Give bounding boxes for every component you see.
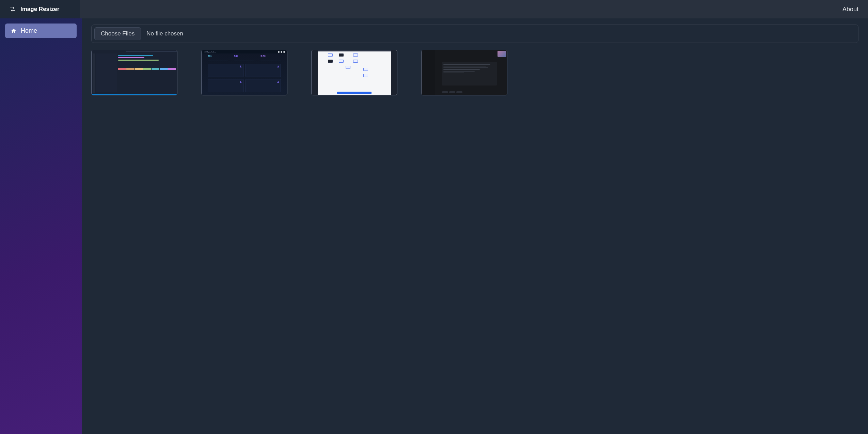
sidebar: Home (0, 18, 82, 434)
thumbnail-4[interactable] (421, 50, 507, 95)
about-link[interactable]: About (842, 6, 858, 13)
thumbnail-preview: .NET Aspire Gallery 6615025.7K (202, 50, 287, 95)
main: Choose Files No file chosen .NET Aspire … (82, 18, 868, 434)
thumbnail-1[interactable] (91, 50, 177, 95)
thumbnail-3[interactable] (311, 50, 397, 95)
brand: Image Resizer (0, 0, 80, 18)
thumbnail-preview (312, 50, 397, 95)
sidebar-nav: Home (5, 24, 77, 38)
swap-icon (10, 6, 16, 12)
sidebar-item-label: Home (21, 27, 37, 34)
home-icon (11, 28, 17, 34)
thumbnail-preview (422, 50, 507, 95)
choose-files-button[interactable]: Choose Files (94, 27, 141, 40)
header: Image Resizer About (0, 0, 868, 18)
thumbnail-2[interactable]: .NET Aspire Gallery 6615025.7K (201, 50, 287, 95)
body: Home Choose Files No file chosen (0, 18, 868, 434)
app-root: Image Resizer About Home Choose Files No… (0, 0, 868, 434)
thumbnail-preview (92, 50, 177, 95)
file-input[interactable]: Choose Files No file chosen (91, 25, 858, 43)
brand-title: Image Resizer (20, 6, 59, 13)
sidebar-item-home[interactable]: Home (5, 24, 77, 38)
file-input-status: No file chosen (146, 30, 183, 37)
thumbnail-grid: .NET Aspire Gallery 6615025.7K (91, 50, 858, 95)
